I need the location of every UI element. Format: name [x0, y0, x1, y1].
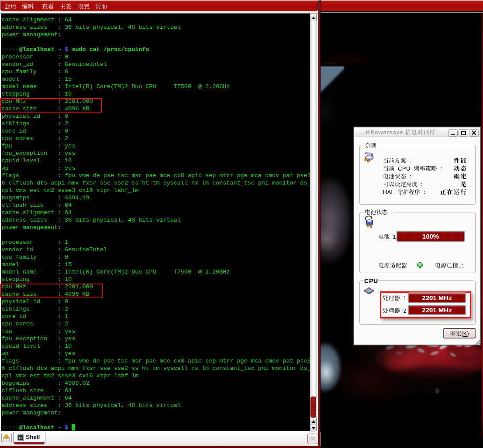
svg-text:$: $: [19, 436, 21, 440]
svg-text:>: >: [21, 436, 23, 440]
